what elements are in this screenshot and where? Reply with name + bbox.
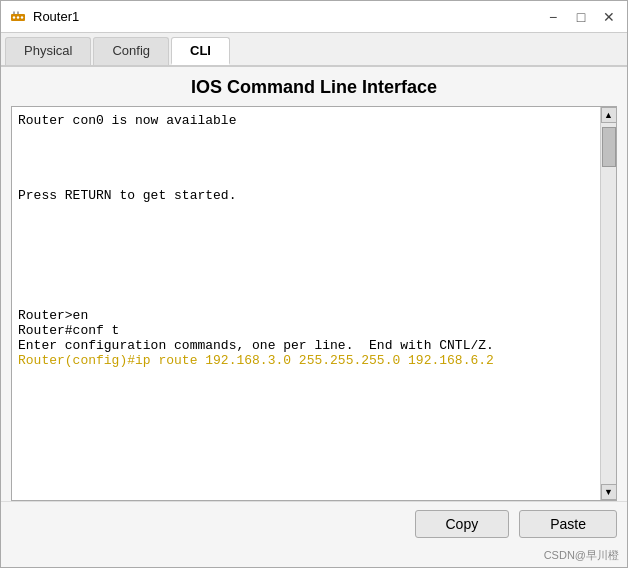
router-icon — [9, 8, 27, 26]
title-bar-controls: − □ ✕ — [543, 7, 619, 27]
svg-point-1 — [13, 16, 15, 18]
svg-point-2 — [17, 16, 19, 18]
terminal-container: Router con0 is now available Press RETUR… — [11, 106, 617, 501]
window-title: Router1 — [33, 9, 79, 24]
copy-button[interactable]: Copy — [415, 510, 510, 538]
svg-point-3 — [21, 16, 23, 18]
scrollbar-up-button[interactable]: ▲ — [601, 107, 617, 123]
page-title: IOS Command Line Interface — [1, 67, 627, 106]
tab-cli[interactable]: CLI — [171, 37, 230, 65]
title-bar-left: Router1 — [9, 8, 79, 26]
tab-bar: Physical Config CLI — [1, 33, 627, 67]
maximize-button[interactable]: □ — [571, 7, 591, 27]
router-window: Router1 − □ ✕ Physical Config CLI IOS Co… — [0, 0, 628, 568]
watermark: CSDN@早川橙 — [1, 546, 627, 567]
tab-config[interactable]: Config — [93, 37, 169, 65]
tab-physical[interactable]: Physical — [5, 37, 91, 65]
minimize-button[interactable]: − — [543, 7, 563, 27]
scrollbar-down-button[interactable]: ▼ — [601, 484, 617, 500]
close-button[interactable]: ✕ — [599, 7, 619, 27]
paste-button[interactable]: Paste — [519, 510, 617, 538]
terminal-output[interactable]: Router con0 is now available Press RETUR… — [12, 107, 600, 500]
title-bar: Router1 − □ ✕ — [1, 1, 627, 33]
scrollbar: ▲ ▼ — [600, 107, 616, 500]
scrollbar-thumb[interactable] — [602, 127, 616, 167]
scrollbar-track — [601, 123, 616, 484]
bottom-bar: Copy Paste — [1, 501, 627, 546]
